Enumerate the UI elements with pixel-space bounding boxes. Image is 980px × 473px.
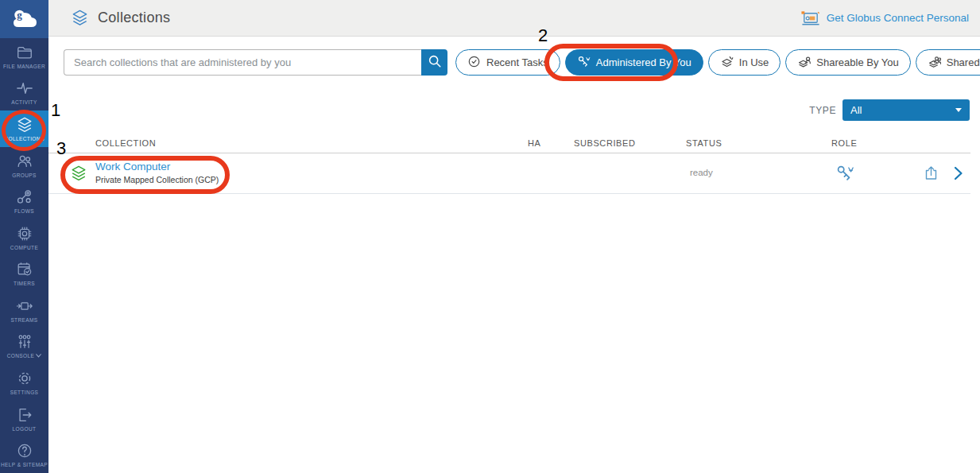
sidebar-item-file-manager[interactable]: FILE MANAGER — [0, 38, 48, 75]
globus-logo[interactable] — [0, 0, 48, 38]
filter-label: In Use — [739, 56, 769, 68]
groups-icon — [16, 153, 33, 170]
folder-icon — [16, 44, 33, 61]
sidebar-item-label: ACTIVITY — [11, 99, 37, 105]
sidebar-item-groups[interactable]: GROUPS — [0, 147, 48, 184]
caret-down-icon — [955, 108, 962, 112]
filter-label: Shared With You — [947, 56, 980, 68]
type-select-dropdown[interactable]: All — [842, 99, 970, 121]
laptop-gcp-icon — [800, 10, 821, 27]
chevron-right-icon[interactable] — [950, 165, 966, 184]
chevron-down-icon — [36, 354, 41, 358]
search-input[interactable] — [64, 49, 421, 76]
sidebar-item-timers[interactable]: TIMERS — [0, 255, 48, 292]
timers-icon — [16, 261, 33, 278]
compute-icon — [16, 225, 33, 242]
layers-in-use-icon — [720, 55, 734, 71]
sidebar-item-label: SETTINGS — [10, 390, 39, 395]
sidebar-item-help-sitemap[interactable]: HELP & SITEMAP — [0, 436, 48, 473]
share-icon[interactable] — [923, 165, 939, 184]
type-select-value: All — [850, 104, 862, 116]
sidebar: FILE MANAGER ACTIVITY COLLECTIONS GROUPS… — [0, 0, 48, 473]
type-filter: TYPE All — [809, 99, 970, 121]
streams-icon — [16, 297, 33, 315]
table-row[interactable]: Work Computer Private Mapped Collection … — [48, 154, 970, 194]
role-key-icon — [835, 164, 854, 186]
column-header-collection: COLLECTION — [95, 138, 156, 148]
filter-label: Administered By You — [596, 56, 691, 68]
collection-name-link[interactable]: Work Computer — [95, 161, 170, 173]
sidebar-item-settings[interactable]: SETTINGS — [0, 364, 48, 401]
layers-icon — [16, 116, 33, 134]
sidebar-item-collections[interactable]: COLLECTIONS — [0, 110, 48, 147]
filter-shareable-by-you[interactable]: Shareable By You — [785, 49, 910, 76]
filter-shared-with-you[interactable]: Shared With You — [916, 49, 980, 76]
layers-people-icon — [928, 55, 941, 71]
page-header: Collections Get Globus Connect Personal — [48, 0, 980, 37]
type-label: TYPE — [809, 105, 836, 116]
sidebar-item-label: GROUPS — [12, 173, 37, 178]
activity-icon — [16, 79, 33, 97]
column-header-status: STATUS — [686, 138, 722, 148]
help-icon — [16, 442, 33, 459]
layers-icon-green — [70, 165, 87, 185]
sidebar-item-label: STREAMS — [10, 317, 37, 323]
column-header-ha: HA — [528, 138, 540, 148]
status-value: ready — [690, 168, 713, 177]
globus-cloud-logo-icon — [11, 6, 38, 33]
layers-icon — [71, 9, 89, 27]
gcp-link-label: Get Globus Connect Personal — [827, 12, 969, 24]
sidebar-item-label: CONSOLE — [7, 353, 35, 359]
clock-icon — [467, 55, 481, 71]
column-header-subscribed: SUBSCRIBED — [574, 138, 636, 148]
sidebar-item-label: FLOWS — [14, 208, 34, 214]
console-icon — [16, 333, 33, 351]
filter-label: Recent Tasks — [486, 56, 548, 68]
toolbar: Recent Tasks Administered By You In Use … — [64, 49, 970, 76]
search-icon — [428, 54, 442, 71]
filter-recent-tasks[interactable]: Recent Tasks — [455, 49, 560, 76]
sidebar-item-activity[interactable]: ACTIVITY — [0, 75, 48, 111]
table-header: COLLECTION HA SUBSCRIBED STATUS ROLE — [48, 135, 970, 153]
filter-pills: Recent Tasks Administered By You In Use … — [455, 49, 980, 76]
page-title: Collections — [98, 10, 170, 26]
filter-in-use[interactable]: In Use — [708, 49, 781, 76]
sidebar-item-label: TIMERS — [14, 281, 35, 286]
gear-icon — [16, 370, 33, 387]
sidebar-item-flows[interactable]: FLOWS — [0, 183, 48, 219]
logout-icon — [16, 406, 33, 424]
layers-person-icon — [797, 55, 811, 71]
sidebar-item-label: HELP & SITEMAP — [1, 462, 48, 467]
sidebar-item-streams[interactable]: STREAMS — [0, 292, 48, 328]
sidebar-item-console[interactable]: CONSOLE — [0, 328, 48, 365]
column-header-role: ROLE — [831, 138, 857, 148]
flows-icon — [16, 188, 33, 206]
search-box — [64, 49, 447, 76]
search-button[interactable] — [421, 49, 447, 76]
globus-app-window: FILE MANAGER ACTIVITY COLLECTIONS GROUPS… — [0, 0, 980, 473]
get-globus-connect-personal-link[interactable]: Get Globus Connect Personal — [800, 10, 969, 27]
sidebar-item-label: LOGOUT — [13, 426, 37, 432]
sidebar-nav: FILE MANAGER ACTIVITY COLLECTIONS GROUPS… — [0, 38, 48, 473]
sidebar-item-label: FILE MANAGER — [3, 64, 45, 69]
filter-administered-by-you[interactable]: Administered By You — [565, 49, 703, 76]
sidebar-item-label: COMPUTE — [10, 245, 38, 250]
filter-label: Shareable By You — [816, 56, 898, 68]
sidebar-item-compute[interactable]: COMPUTE — [0, 219, 48, 256]
main-content: Collections Get Globus Connect Personal … — [48, 0, 980, 473]
sidebar-item-logout[interactable]: LOGOUT — [0, 401, 48, 437]
sidebar-item-label: COLLECTIONS — [4, 136, 44, 142]
key-icon — [577, 55, 591, 71]
collection-subtitle: Private Mapped Collection (GCP) — [95, 175, 219, 184]
